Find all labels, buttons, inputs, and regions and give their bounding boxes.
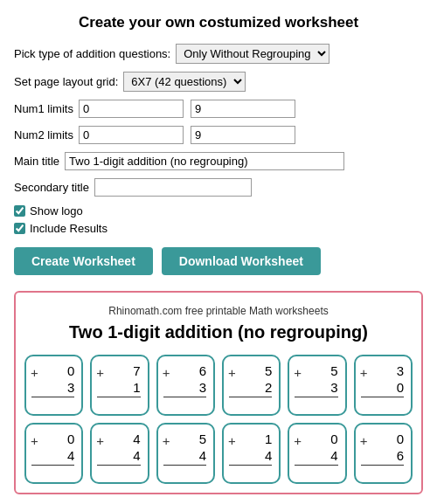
secondary-title-label: Secondary title [14, 181, 89, 194]
include-results-checkbox[interactable] [14, 223, 25, 234]
table-row: + 5 3 [288, 355, 346, 416]
num1-value: 0 [67, 363, 74, 378]
ws-tagline: Rhinomath.com free printable Math worksh… [24, 305, 413, 317]
plus-sign: + [228, 433, 236, 448]
num1-value: 0 [397, 432, 404, 446]
num2-value: 4 [163, 448, 206, 466]
table-row: + 5 4 [156, 423, 215, 484]
main-title-input[interactable] [65, 152, 344, 170]
ws-title: Two 1-digit addition (no regrouping) [24, 322, 413, 342]
num2-value: 3 [31, 380, 74, 397]
num1-value: 0 [330, 432, 337, 446]
layout-select[interactable]: 6X7 (42 questions)4X6 (24 questions)3X4 … [123, 72, 246, 92]
download-worksheet-button[interactable]: Download Worksheet [162, 247, 321, 275]
addition-type-select[interactable]: Only Without RegroupingOnly With Regroup… [176, 44, 329, 64]
table-row: + 0 4 [288, 423, 346, 484]
num2-value: 4 [31, 448, 74, 466]
num2-value: 2 [229, 380, 272, 397]
num2-value: 4 [229, 448, 272, 466]
num2-value: 1 [97, 380, 140, 397]
table-row: + 6 3 [156, 355, 215, 416]
num1-max-input[interactable] [191, 100, 295, 118]
table-row: + 3 0 [354, 355, 413, 416]
table-row: + 5 2 [222, 355, 281, 416]
table-row: + 1 4 [222, 423, 281, 484]
plus-sign: + [360, 365, 368, 380]
num1-value: 0 [67, 432, 74, 446]
plus-sign: + [163, 365, 170, 380]
num2-value: 3 [295, 380, 337, 397]
create-worksheet-button[interactable]: Create Worksheet [14, 247, 153, 275]
plus-sign: + [294, 365, 302, 380]
num2-label: Num2 limits [14, 128, 73, 142]
layout-label: Set page layout grid: [14, 75, 118, 88]
num1-value: 6 [199, 363, 206, 378]
num2-value: 6 [361, 448, 404, 466]
num1-value: 5 [265, 363, 272, 378]
plus-sign: + [31, 365, 38, 380]
table-row: + 0 3 [24, 355, 83, 416]
plus-sign: + [163, 433, 170, 448]
addition-type-label: Pick type of addition questions: [14, 47, 170, 60]
num1-value: 5 [330, 363, 337, 378]
num2-value: 4 [97, 448, 140, 466]
num2-max-input[interactable] [191, 126, 295, 144]
num2-min-input[interactable] [79, 126, 184, 144]
num2-value: 3 [163, 380, 206, 397]
num1-value: 3 [397, 363, 404, 378]
table-row: + 7 1 [90, 355, 149, 416]
plus-sign: + [294, 433, 302, 448]
num2-value: 4 [295, 448, 337, 466]
num1-value: 5 [199, 432, 206, 446]
secondary-title-input[interactable] [94, 178, 252, 197]
show-logo-label: Show logo [30, 204, 83, 217]
num1-value: 7 [133, 363, 140, 378]
ws-problems-grid: + 0 3 + 7 1 + 6 3 + 5 2 + [24, 355, 413, 484]
page-title: Create your own costumized worksheet [14, 14, 423, 31]
num1-min-input[interactable] [79, 100, 184, 118]
table-row: + 0 6 [354, 423, 413, 484]
plus-sign: + [96, 433, 104, 448]
worksheet-preview: Rhinomath.com free printable Math worksh… [14, 291, 423, 494]
main-title-label: Main title [14, 155, 59, 168]
num1-value: 1 [265, 432, 272, 446]
table-row: + 4 4 [90, 423, 149, 484]
plus-sign: + [360, 433, 368, 448]
show-logo-checkbox[interactable] [14, 205, 25, 217]
num1-label: Num1 limits [14, 102, 73, 115]
num2-value: 0 [361, 380, 404, 397]
plus-sign: + [228, 365, 236, 380]
num1-value: 4 [133, 432, 140, 446]
table-row: + 0 4 [24, 423, 83, 484]
plus-sign: + [31, 433, 38, 448]
include-results-label: Include Results [30, 222, 108, 235]
plus-sign: + [96, 365, 104, 380]
